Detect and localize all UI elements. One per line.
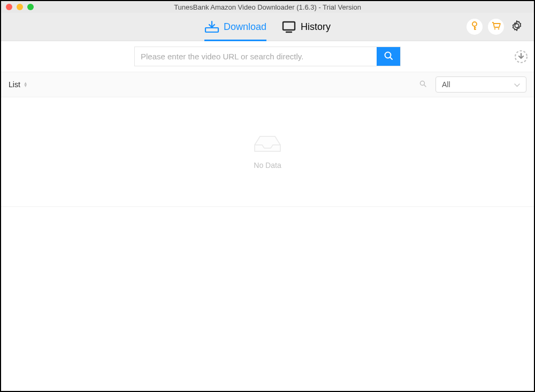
svg-line-10 (424, 85, 426, 87)
search-button[interactable] (377, 47, 400, 66)
filter-select[interactable]: All (435, 76, 526, 93)
monitor-icon (281, 20, 296, 33)
empty-state: No Data (1, 97, 534, 207)
list-search-button[interactable] (418, 81, 426, 88)
download-progress-icon (514, 56, 528, 65)
chevron-down-icon (514, 80, 520, 89)
maximize-window-button[interactable] (27, 4, 34, 10)
traffic-lights (1, 4, 34, 10)
search-icon (384, 51, 393, 63)
svg-point-5 (498, 28, 500, 30)
empty-message: No Data (254, 161, 281, 170)
tab-history[interactable]: History (281, 13, 331, 41)
list-sort-button[interactable]: List ▲▼ (9, 80, 28, 89)
window-title: TunesBank Amazon Video Downloader (1.6.3… (1, 3, 534, 11)
window-titlebar: TunesBank Amazon Video Downloader (1.6.3… (1, 1, 534, 13)
tab-download-label: Download (224, 21, 266, 33)
register-key-button[interactable] (467, 19, 483, 35)
svg-line-7 (390, 57, 392, 59)
svg-rect-0 (205, 28, 218, 32)
svg-rect-1 (283, 22, 295, 30)
tab-history-label: History (301, 21, 331, 33)
download-icon (204, 20, 219, 33)
minimize-window-button[interactable] (17, 4, 23, 10)
toolbar-actions (467, 19, 524, 35)
search-input[interactable] (135, 47, 377, 66)
list-header: List ▲▼ All (1, 72, 534, 97)
gear-icon (511, 20, 523, 34)
download-queue-button[interactable] (514, 50, 528, 64)
search-small-icon (419, 80, 426, 89)
svg-point-3 (472, 22, 477, 26)
settings-button[interactable] (509, 19, 524, 34)
toolbar: Download History (1, 13, 534, 41)
close-window-button[interactable] (6, 4, 12, 10)
search-group (134, 47, 401, 66)
search-area (1, 41, 534, 72)
filter-selected-label: All (442, 80, 450, 89)
tab-download[interactable]: Download (204, 13, 266, 41)
cart-button[interactable] (488, 19, 504, 35)
list-label: List (9, 80, 20, 89)
key-icon (470, 21, 479, 33)
inbox-icon (253, 134, 282, 153)
tab-bar: Download History (204, 13, 331, 41)
cart-icon (491, 20, 501, 33)
sort-icon: ▲▼ (24, 82, 28, 87)
svg-point-4 (494, 28, 496, 30)
